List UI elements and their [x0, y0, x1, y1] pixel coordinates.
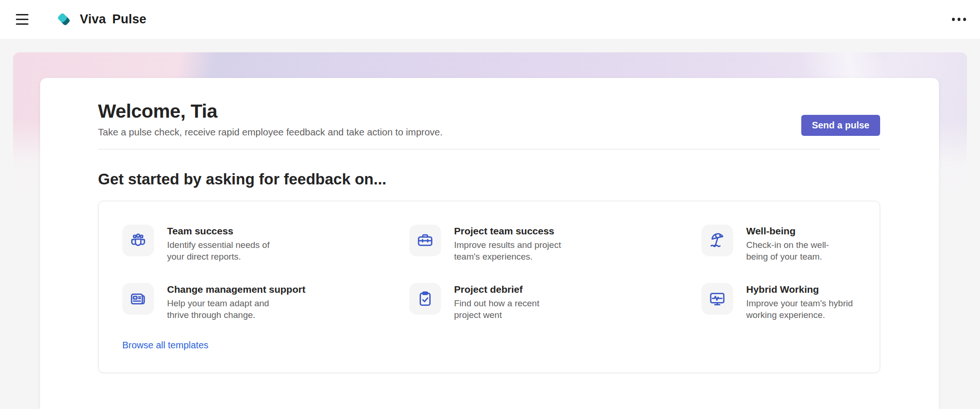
beach-umbrella-icon: [701, 225, 733, 256]
template-title: Team success: [167, 225, 270, 237]
feedback-section-heading: Get started by asking for feedback on...: [98, 170, 880, 189]
template-card-team-success[interactable]: Team success Identify essential needs of…: [122, 225, 409, 262]
viva-pulse-logo-icon: [55, 11, 72, 28]
template-description: Improve results and project team's exper…: [454, 239, 561, 262]
desktop-pulse-icon: [701, 283, 733, 315]
template-description: Check-in on the well- being of your team…: [746, 239, 829, 262]
templates-panel: Team success Identify essential needs of…: [98, 201, 880, 373]
template-description: Help your team adapt and thrive through …: [167, 297, 305, 321]
people-team-icon: [122, 225, 154, 256]
more-horizontal-icon[interactable]: [948, 10, 970, 29]
send-a-pulse-button[interactable]: Send a pulse: [801, 115, 880, 136]
template-description: Improve your team's hybrid working exper…: [746, 297, 853, 321]
template-card-well-being[interactable]: Well-being Check-in on the well- being o…: [701, 225, 856, 262]
template-description: Find out how a recent project went: [454, 297, 539, 321]
browse-all-templates-link[interactable]: Browse all templates: [122, 339, 209, 351]
template-title: Change management support: [167, 283, 305, 296]
template-title: Project team success: [454, 225, 561, 237]
welcome-subtitle: Take a pulse check, receive rapid employ…: [98, 127, 880, 138]
welcome-card: Welcome, Tia Take a pulse check, receive…: [40, 78, 939, 409]
template-card-project-team-success[interactable]: Project team success Improve results and…: [409, 225, 701, 262]
app-title: Viva Pulse: [80, 12, 147, 27]
toolbox-icon: [409, 225, 441, 256]
welcome-title: Welcome, Tia: [98, 100, 880, 122]
template-description: Identify essential needs of your direct …: [167, 239, 270, 262]
app-header: Viva Pulse: [0, 0, 980, 39]
hamburger-icon[interactable]: [16, 9, 36, 30]
templates-grid: Team success Identify essential needs of…: [122, 225, 856, 321]
template-card-hybrid-working[interactable]: Hybrid Working Improve your team's hybri…: [701, 283, 856, 321]
template-card-change-management-support[interactable]: Change management support Help your team…: [122, 283, 409, 321]
template-title: Hybrid Working: [746, 283, 853, 296]
news-icon: [122, 283, 154, 315]
clipboard-task-icon: [409, 283, 441, 315]
template-title: Well-being: [746, 225, 829, 237]
template-card-project-debrief[interactable]: Project debrief Find out how a recent pr…: [409, 283, 701, 321]
divider: [98, 149, 880, 149]
template-title: Project debrief: [454, 283, 539, 296]
